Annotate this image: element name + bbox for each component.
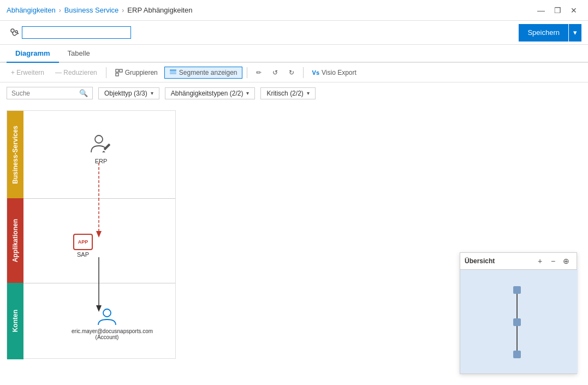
breadcrumb-sep-2: › [122, 7, 124, 14]
visio-export-button[interactable]: Vs Visio Export [308, 67, 361, 78]
overview-fit-button[interactable]: ⊕ [560, 255, 572, 267]
redo-icon: ↻ [289, 69, 294, 76]
breadcrumb-link-business-service[interactable]: Business Service [64, 6, 119, 14]
breadcrumb-current: ERP Abhängigkeiten [127, 6, 192, 14]
erp-icon [89, 133, 113, 157]
undo-button[interactable]: ↺ [268, 67, 282, 78]
kritisch-label: Kritisch (2/2) [266, 90, 303, 97]
expand-button[interactable]: + Erweitern [7, 67, 49, 78]
overview-zoom-out-button[interactable]: − [547, 255, 559, 267]
chevron-down-icon-2: ▾ [246, 90, 249, 96]
objekttyp-filter[interactable]: Objekttyp (3/3) ▾ [98, 87, 159, 99]
overview-canvas [460, 270, 578, 374]
search-icon: 🔍 [79, 89, 88, 97]
chevron-down-icon: ▾ [151, 90, 153, 96]
reduce-label: — Reduzieren [55, 69, 97, 76]
top-bar: Abhängigkeiten › Business Service › ERP … [0, 0, 588, 21]
group-icon [115, 69, 123, 76]
window-controls: — ❐ ✕ [533, 3, 581, 18]
svg-marker-10 [102, 151, 105, 152]
svg-point-8 [95, 135, 103, 143]
save-dropdown-button[interactable]: ▾ [568, 24, 581, 42]
mini-node-2 [513, 318, 521, 326]
toolbar-sep-1 [106, 67, 106, 78]
search-box[interactable]: 🔍 [7, 87, 93, 99]
visio-export-label: Visio Export [322, 69, 357, 76]
svg-rect-5 [116, 73, 118, 76]
edit-icon: ✏ [256, 69, 262, 76]
tab-bar: Diagramm Tabelle [0, 45, 588, 63]
filter-bar: 🔍 Objekttyp (3/3) ▾ Abhängigkeitstypen (… [0, 82, 588, 104]
mini-node-1 [513, 286, 521, 294]
breadcrumb: Abhängigkeiten › Business Service › ERP … [7, 6, 533, 14]
undo-icon: ↺ [272, 69, 278, 76]
overview-header: Übersicht + − ⊕ [460, 253, 577, 270]
svg-point-17 [103, 309, 111, 317]
overview-title: Übersicht [465, 257, 532, 265]
toolbar: + Erweitern — Reduzieren Gruppieren Segm… [0, 63, 588, 82]
erp-node[interactable]: ERP [89, 133, 113, 164]
lane-applikationen: Applikationen [7, 198, 23, 283]
tool-icon [9, 28, 19, 38]
group-label: Gruppieren [125, 69, 158, 76]
objekttyp-label: Objekttyp (3/3) [104, 90, 147, 97]
lane-konten-label: Konten [11, 310, 19, 332]
main-content: Business-Services Applikationen Konten [0, 104, 588, 382]
lane-sep-2 [23, 283, 175, 283]
sap-app-box: APP [73, 234, 93, 250]
restore-button[interactable]: ❐ [550, 3, 565, 18]
overview-panel: Übersicht + − ⊕ [460, 252, 577, 374]
toolbar-sep-3 [303, 67, 304, 78]
reduce-button[interactable]: — Reduzieren [51, 67, 102, 78]
edit-button[interactable]: ✏ [252, 67, 266, 78]
group-button[interactable]: Gruppieren [111, 67, 162, 78]
save-dropdown-icon: ▾ [573, 28, 577, 37]
sap-label: SAP [77, 251, 89, 258]
search-input[interactable] [11, 90, 77, 97]
mini-line-1 [516, 294, 518, 318]
svg-rect-3 [116, 69, 118, 72]
breadcrumb-sep-1: › [59, 7, 61, 14]
close-button[interactable]: ✕ [566, 3, 581, 18]
overview-zoom-in-button[interactable]: + [534, 255, 546, 267]
chevron-down-icon-3: ▾ [307, 90, 310, 96]
icon-tool-button[interactable] [7, 25, 22, 40]
abhaengigkeitstypen-filter[interactable]: Abhängigkeitstypen (2/2) ▾ [165, 87, 256, 99]
breadcrumb-link-abhangigkeiten[interactable]: Abhängigkeiten [7, 6, 56, 14]
svg-rect-7 [170, 72, 176, 74]
svg-point-0 [11, 29, 14, 32]
abhaengigkeitstypen-label: Abhängigkeitstypen (2/2) [171, 90, 243, 97]
svg-rect-4 [120, 69, 122, 72]
overview-controls: + − ⊕ [534, 255, 572, 267]
account-node[interactable]: eric.mayer@docusnapsports.com (Account) [72, 307, 142, 340]
title-input[interactable] [22, 26, 131, 39]
mini-line-2 [516, 326, 518, 351]
svg-rect-6 [170, 69, 176, 72]
mini-node-3 [513, 351, 521, 358]
save-button[interactable]: Speichern [519, 24, 568, 42]
segments-button[interactable]: Segmente anzeigen [164, 67, 242, 79]
account-icon [97, 307, 117, 327]
toolbar-sep-2 [247, 67, 247, 78]
visio-icon: Vs [312, 69, 319, 76]
segments-label: Segmente anzeigen [179, 69, 237, 76]
kritisch-filter[interactable]: Kritisch (2/2) ▾ [260, 87, 315, 99]
lane-business: Business-Services [7, 111, 23, 198]
tab-diagramm[interactable]: Diagramm [7, 45, 59, 63]
segments-icon [169, 69, 177, 76]
lane-business-label: Business-Services [11, 126, 19, 184]
account-label: eric.mayer@docusnapsports.com (Account) [72, 328, 142, 340]
tab-tabelle[interactable]: Tabelle [59, 45, 99, 63]
sap-node[interactable]: APP SAP [73, 234, 93, 258]
expand-label: + Erweitern [11, 69, 44, 76]
erp-label: ERP [95, 158, 108, 164]
header-area: Speichern ▾ [0, 21, 588, 45]
minimize-button[interactable]: — [533, 3, 549, 18]
diagram-canvas[interactable]: Business-Services Applikationen Konten [7, 110, 176, 359]
lane-applikationen-label: Applikationen [11, 219, 19, 262]
lane-sep-1 [23, 198, 175, 199]
redo-button[interactable]: ↻ [284, 67, 299, 78]
svg-marker-13 [96, 231, 102, 238]
svg-point-1 [15, 31, 17, 33]
lane-konten: Konten [7, 283, 23, 359]
